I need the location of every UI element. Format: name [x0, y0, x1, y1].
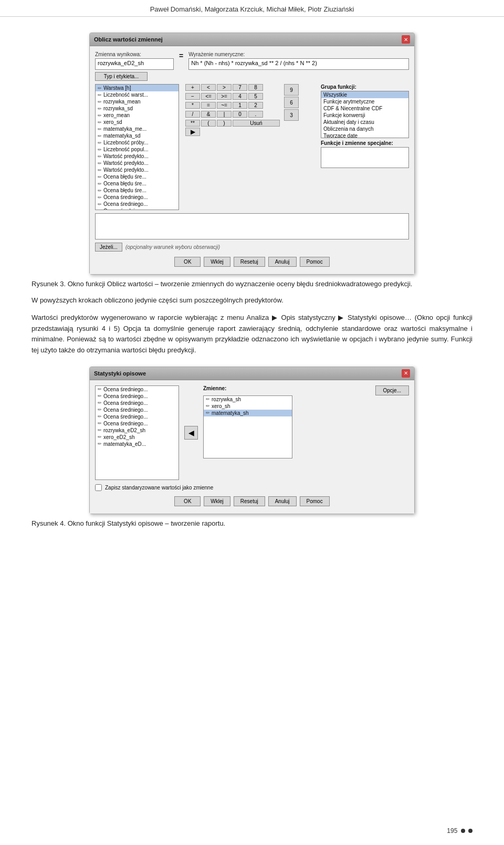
kp-4[interactable]: 4	[233, 93, 247, 100]
dialog2-main: ✏ Ocena średniego... ✏ Ocena średniego..…	[95, 385, 409, 480]
kp-pipe[interactable]: |	[217, 111, 232, 118]
kp-plus[interactable]: +	[185, 84, 200, 91]
dialog2-resetuj-button[interactable]: Resetuj	[234, 496, 265, 506]
list-item[interactable]: ✏ Ocena średniego...	[96, 406, 178, 413]
pencil-icon: ✏	[98, 181, 102, 186]
kp-gt[interactable]: >	[217, 84, 232, 91]
kp-mul[interactable]: *	[185, 102, 200, 109]
expression-area[interactable]	[95, 213, 409, 239]
kp-minus[interactable]: −	[185, 93, 200, 100]
dialog1-wklej-button[interactable]: Wklej	[204, 257, 230, 267]
funkcje-list-item[interactable]: Aktualnej daty i czasu	[321, 119, 408, 126]
list-item[interactable]: ✏ xero_eD2_sh	[96, 434, 178, 441]
pencil-icon: ✏	[98, 188, 102, 193]
jezel-button[interactable]: Jeżeli...	[95, 243, 122, 252]
kp-6[interactable]: 6	[284, 97, 299, 108]
list-item[interactable]: ✏ rozrywka_sh	[204, 396, 292, 403]
pencil-icon: ✏	[206, 397, 210, 402]
list-item[interactable]: ✏ matematyka_me...	[96, 126, 178, 132]
left-variable-list[interactable]: ✏ Ocena średniego... ✏ Ocena średniego..…	[95, 385, 179, 480]
kp-amp[interactable]: &	[201, 111, 216, 118]
opcje-button[interactable]: Opcje...	[375, 385, 409, 395]
list-item[interactable]: ✏ Ocena błędu śre...	[96, 173, 178, 180]
list-item[interactable]: ✏ xero_sh	[204, 403, 292, 410]
checkbox-row: Zapisz standaryzowane wartości jako zmie…	[95, 484, 409, 491]
zmienna-field[interactable]: rozrywka_eD2_sh	[95, 58, 174, 70]
kp-lt[interactable]: <	[201, 84, 216, 91]
save-standardized-checkbox[interactable]	[95, 484, 102, 491]
kp-8[interactable]: 8	[248, 84, 263, 91]
list-item[interactable]: ✏ matematyka_sd	[96, 132, 178, 139]
kp-3[interactable]: 3	[284, 109, 299, 121]
dialog1-anuluj-button[interactable]: Anuluj	[268, 257, 297, 267]
kp-pow[interactable]: **	[185, 120, 200, 127]
dialog2-close-button[interactable]: ✕	[402, 369, 410, 378]
wyrazenie-field[interactable]: Nh * (Nh - nhs) * rozrywka_sd ** 2 / (nh…	[188, 58, 409, 70]
pencil-icon: ✏	[98, 387, 102, 392]
kp-9[interactable]: 9	[284, 84, 299, 96]
kp-gte[interactable]: >=	[217, 93, 232, 100]
list-item[interactable]: ✏ matematyka_sh	[204, 410, 292, 416]
list-item[interactable]: ✏ Liczebność popul...	[96, 146, 178, 153]
dialog2-wklej-button[interactable]: Wklej	[204, 496, 230, 506]
list-item[interactable]: ✏ rozrywka_sd	[96, 105, 178, 112]
list-item[interactable]: ✏ Wartość predykto...	[96, 153, 178, 160]
list-item[interactable]: ✏ Ocena średniego...	[96, 194, 178, 201]
funkcje-list-item[interactable]: Funkcje konwersji	[321, 112, 408, 119]
list-item[interactable]: ✏ Ocena średniego...	[96, 207, 178, 210]
dialog2-pomoc-button[interactable]: Pomoc	[300, 496, 330, 506]
kp-5[interactable]: 5	[248, 93, 263, 100]
list-item[interactable]: ✏ Ocena średniego...	[96, 201, 178, 207]
keypad-ops-row1: + < > 7 8	[185, 84, 280, 91]
transfer-arrow-button[interactable]: ◀	[184, 426, 198, 440]
kp-usun[interactable]: Usuń	[233, 120, 280, 127]
kp-dot[interactable]: .	[248, 111, 263, 118]
right-variable-list[interactable]: ✏ rozrywka_sh ✏ xero_sh ✏ matematyka_sh	[203, 395, 292, 458]
list-item[interactable]: ✏ Ocena błędu śre...	[96, 187, 178, 194]
funkcje-list-item[interactable]: Obliczenia na danych	[321, 126, 408, 132]
list-item[interactable]: ✏ Warstwa [h]	[96, 85, 178, 91]
list-item[interactable]: ✏ Ocena średniego...	[96, 400, 178, 406]
funkcje-list[interactable]: Wszystkie Funkcje arytmetyczne CDF & Nie…	[321, 91, 409, 138]
list-item[interactable]: ✏ Ocena średniego...	[96, 420, 178, 427]
list-item[interactable]: ✏ Liczebność próby...	[96, 139, 178, 146]
dialog2-anuluj-button[interactable]: Anuluj	[268, 496, 297, 506]
kp-arrow[interactable]: ▶	[185, 128, 200, 136]
funkcje-special-list[interactable]	[321, 147, 409, 168]
dialog1-ok-button[interactable]: OK	[174, 257, 201, 267]
variable-list[interactable]: ✏ Warstwa [h] ✏ Liczebność warst... ✏ ro…	[95, 84, 179, 210]
dialog1-resetuj-button[interactable]: Resetuj	[234, 257, 265, 267]
kp-div[interactable]: /	[185, 111, 200, 118]
funkcje-list-item[interactable]: Wszystkie	[321, 91, 408, 98]
list-item[interactable]: ✏ Wartość predykto...	[96, 160, 178, 166]
kp-eq[interactable]: =	[201, 102, 216, 109]
funkcje-list-item[interactable]: Tworzące date	[321, 132, 408, 138]
kp-0[interactable]: 0	[233, 111, 247, 118]
list-item[interactable]: ✏ Ocena średniego...	[96, 413, 178, 420]
list-item[interactable]: ✏ xero_mean	[96, 112, 178, 119]
etykieta-button[interactable]: Typ i etykieta...	[95, 72, 148, 81]
kp-1[interactable]: 1	[233, 102, 247, 109]
funkcje-panel: Grupa funkcji: Wszystkie Funkcje arytmet…	[321, 84, 409, 168]
kp-lte[interactable]: <=	[201, 93, 216, 100]
list-item[interactable]: ✏ Ocena średniego...	[96, 386, 178, 393]
funkcje-list-item[interactable]: Funkcje arytmetyczne	[321, 98, 408, 105]
dialog1-close-button[interactable]: ✕	[402, 35, 410, 44]
list-item[interactable]: ✏ Ocena średniego...	[96, 393, 178, 400]
kp-2[interactable]: 2	[248, 102, 263, 109]
list-item[interactable]: ✏ Wartość predykto...	[96, 166, 178, 173]
list-item[interactable]: ✏ rozrywka_mean	[96, 98, 178, 105]
list-item[interactable]: ✏ Ocena błędu śre...	[96, 180, 178, 187]
kp-lparen[interactable]: (	[201, 120, 216, 127]
dialog2-ok-button[interactable]: OK	[174, 496, 201, 506]
kp-7[interactable]: 7	[233, 84, 247, 91]
kp-neq[interactable]: ~=	[217, 102, 232, 109]
list-item[interactable]: ✏ rozrywka_eD2_sh	[96, 427, 178, 434]
funkcje-list-item[interactable]: CDF & Niecentralne CDF	[321, 105, 408, 112]
dialog1-pomoc-button[interactable]: Pomoc	[300, 257, 330, 267]
kp-rparen[interactable]: )	[217, 120, 232, 127]
list-item[interactable]: ✏ xero_sd	[96, 119, 178, 126]
list-item[interactable]: ✏ Liczebność warst...	[96, 91, 178, 98]
list-item[interactable]: ✏ matematyka_eD...	[96, 441, 178, 447]
pencil-icon: ✏	[98, 393, 102, 399]
